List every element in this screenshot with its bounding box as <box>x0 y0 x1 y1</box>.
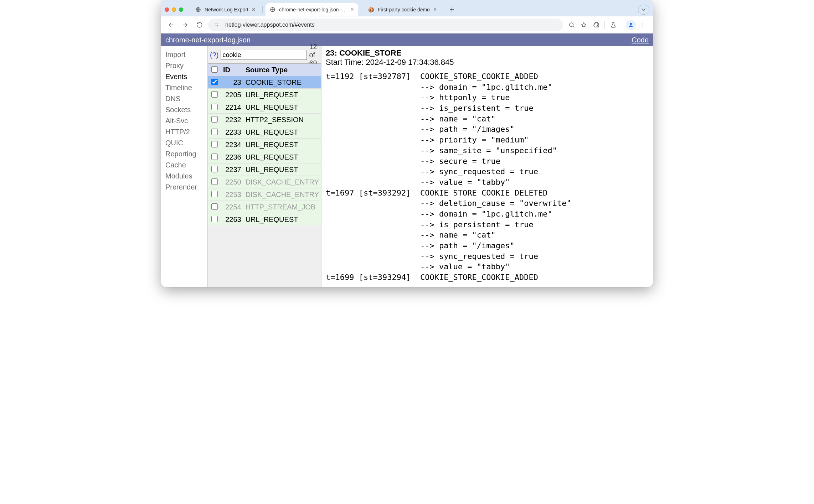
event-row-checkbox-cell <box>208 126 221 139</box>
event-row[interactable]: 23COOKIE_STORE <box>208 76 321 89</box>
sidebar-item-cache[interactable]: Cache <box>163 160 206 171</box>
maximize-window-button[interactable] <box>179 7 183 12</box>
app-header-bar: chrome-net-export-log.json Code <box>161 33 653 46</box>
event-row-checkbox[interactable] <box>211 154 218 160</box>
arrow-right-icon <box>182 22 189 28</box>
detail-log: t=1192 [st=392787] COOKIE_STORE_COOKIE_A… <box>326 71 649 283</box>
sidebar-item-events[interactable]: Events <box>163 71 206 82</box>
labs-button[interactable] <box>608 19 619 31</box>
app-header-code-link[interactable]: Code <box>632 36 649 44</box>
arrow-left-icon <box>168 22 174 28</box>
tune-icon <box>214 22 220 28</box>
event-row[interactable]: 2205URL_REQUEST <box>208 89 321 101</box>
event-row-checkbox[interactable] <box>211 116 218 123</box>
event-source-type: URL_REQUEST <box>243 89 321 101</box>
event-row-checkbox[interactable] <box>211 191 218 197</box>
event-row-checkbox[interactable] <box>211 178 218 185</box>
events-panel: (?) 12 of 69 ID Source Type <box>207 46 321 287</box>
extensions-button[interactable] <box>590 19 602 31</box>
chevron-down-icon <box>640 6 647 13</box>
tab-close-button[interactable]: × <box>350 7 354 12</box>
event-row-checkbox[interactable] <box>211 129 218 135</box>
address-bar[interactable] <box>208 19 563 31</box>
sidebar-item-sockets[interactable]: Sockets <box>163 104 206 115</box>
toolbar-separator <box>622 21 622 29</box>
event-row[interactable]: 2234URL_REQUEST <box>208 139 321 151</box>
sidebar-item-alt-svc[interactable]: Alt-Svc <box>163 115 206 126</box>
event-row-checkbox-cell <box>208 114 221 126</box>
event-row[interactable]: 2233URL_REQUEST <box>208 126 321 139</box>
sidebar-item-quic[interactable]: QUIC <box>163 137 206 149</box>
sidebar-item-prerender[interactable]: Prerender <box>163 182 206 193</box>
sidebar-item-http-2[interactable]: HTTP/2 <box>163 126 206 137</box>
event-row-checkbox[interactable] <box>211 166 218 172</box>
minimize-window-button[interactable] <box>172 7 176 12</box>
new-tab-button[interactable] <box>447 5 457 15</box>
event-row-checkbox-cell <box>208 188 221 201</box>
svg-point-9 <box>643 24 643 25</box>
back-button[interactable] <box>165 19 177 31</box>
event-row[interactable]: 2236URL_REQUEST <box>208 151 321 163</box>
cookie-icon: 🍪 <box>369 7 374 12</box>
sidebar-item-import[interactable]: Import <box>163 49 206 60</box>
tab[interactable]: Network Log Export× <box>191 3 259 16</box>
magnifier-icon <box>568 22 575 28</box>
site-info-button[interactable] <box>212 21 221 29</box>
select-all-checkbox[interactable] <box>211 66 218 73</box>
event-row-checkbox[interactable] <box>211 203 218 210</box>
reload-icon <box>196 22 203 28</box>
sidebar-item-proxy[interactable]: Proxy <box>163 60 206 71</box>
filter-input[interactable] <box>221 50 307 60</box>
sidebar-item-reporting[interactable]: Reporting <box>163 149 206 160</box>
event-row[interactable]: 2253DISK_CACHE_ENTRY <box>208 188 321 201</box>
toolbar-separator <box>604 21 605 29</box>
event-row[interactable]: 2214URL_REQUEST <box>208 101 321 114</box>
menu-button[interactable] <box>637 19 649 31</box>
profile-button[interactable] <box>625 19 637 31</box>
sidebar: ImportProxyEventsTimelineDNSSocketsAlt-S… <box>161 46 207 287</box>
detail-start-time: Start Time: 2024-12-09 17:34:36.845 <box>326 58 649 67</box>
sidebar-item-modules[interactable]: Modules <box>163 171 206 182</box>
event-row-checkbox[interactable] <box>211 216 218 222</box>
window-traffic-lights <box>165 7 183 12</box>
event-source-type: HTTP2_SESSION <box>243 114 321 126</box>
svg-point-4 <box>216 24 217 25</box>
star-icon <box>581 22 587 28</box>
event-row-checkbox-cell <box>208 163 221 176</box>
flask-icon <box>610 22 617 28</box>
plus-icon <box>449 6 455 13</box>
event-row[interactable]: 2254HTTP_STREAM_JOB <box>208 201 321 213</box>
reload-button[interactable] <box>194 19 205 31</box>
tab[interactable]: 🍪First-party cookie demo× <box>364 3 441 16</box>
event-row-checkbox[interactable] <box>211 79 218 85</box>
tab-overflow-button[interactable] <box>638 5 649 15</box>
sidebar-item-dns[interactable]: DNS <box>163 93 206 104</box>
tab-close-button[interactable]: × <box>433 7 437 12</box>
event-row-checkbox-cell <box>208 201 221 213</box>
column-source-type[interactable]: Source Type <box>243 64 321 76</box>
bookmark-button[interactable] <box>578 19 589 31</box>
event-row[interactable]: 2250DISK_CACHE_ENTRY <box>208 176 321 188</box>
event-id: 2236 <box>221 151 243 163</box>
event-row-checkbox-cell <box>208 101 221 114</box>
event-row-checkbox-cell <box>208 176 221 188</box>
event-row-checkbox[interactable] <box>211 141 218 147</box>
event-id: 2234 <box>221 139 243 151</box>
event-row[interactable]: 2263URL_REQUEST <box>208 213 321 226</box>
filter-help-link[interactable]: (?) <box>210 51 218 59</box>
event-row-checkbox[interactable] <box>211 91 218 98</box>
event-source-type: URL_REQUEST <box>243 126 321 139</box>
browser-toolbar <box>161 16 653 33</box>
url-input[interactable] <box>225 21 559 28</box>
event-row[interactable]: 2237URL_REQUEST <box>208 163 321 176</box>
tab-close-button[interactable]: × <box>252 7 255 12</box>
forward-button[interactable] <box>180 19 191 31</box>
tab[interactable]: chrome-net-export-log.json - …× <box>266 3 358 16</box>
zoom-button[interactable] <box>566 19 577 31</box>
detail-heading: 23: COOKIE_STORE <box>326 48 649 58</box>
sidebar-item-timeline[interactable]: Timeline <box>163 82 206 93</box>
column-id[interactable]: ID <box>221 64 243 76</box>
event-row-checkbox[interactable] <box>211 104 218 110</box>
close-window-button[interactable] <box>165 7 169 12</box>
event-row[interactable]: 2232HTTP2_SESSION <box>208 114 321 126</box>
